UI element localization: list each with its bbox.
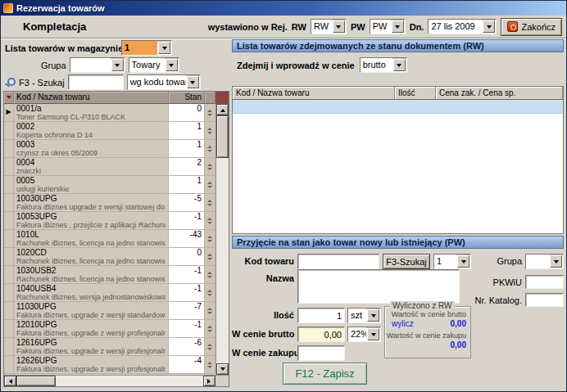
sort-indicator-cell[interactable]	[4, 92, 14, 104]
row-spinner[interactable]	[205, 302, 215, 320]
product-cell[interactable]: 0002 Koperta ochronna D 14	[14, 122, 169, 140]
scrollbar-track[interactable]	[56, 376, 203, 386]
row-spinner[interactable]	[205, 266, 215, 284]
search-mode-select[interactable]: wg kodu towaru	[127, 74, 201, 90]
rw-selected-row[interactable]	[233, 100, 563, 114]
save-button[interactable]: F12 - Zapisz	[283, 363, 367, 385]
chevron-down-icon[interactable]	[187, 76, 199, 88]
row-spinner[interactable]	[205, 140, 215, 158]
scrollbar-track[interactable]	[216, 158, 229, 363]
product-cell[interactable]: 0004 znaczki	[14, 158, 169, 176]
vertical-scrollbar[interactable]	[215, 104, 229, 375]
product-cell[interactable]: 0001/a Toner Samsung CL-P310 BLACK	[14, 104, 169, 122]
row-spinner[interactable]	[205, 338, 215, 356]
date-select[interactable]: 27 lis 2009	[428, 19, 497, 34]
row-indicator	[4, 248, 14, 266]
table-row[interactable]: 10053UPG Faktura iBiznes , przejście z a…	[4, 212, 215, 230]
warehouse-select[interactable]: 1	[121, 40, 172, 56]
row-spinner[interactable]	[205, 284, 215, 302]
table-row[interactable]: 0003 czynsz za okres 05/2009 1	[4, 140, 215, 158]
row-spinner[interactable]	[205, 194, 215, 212]
calculate-link[interactable]: wylicz	[392, 319, 414, 328]
row-spinner[interactable]	[205, 212, 215, 230]
table-row[interactable]: 0002 Koperta ochronna D 14 1	[4, 122, 215, 140]
quit-button[interactable]: Zakończ	[501, 18, 562, 36]
column-header-stock[interactable]: Stan	[169, 92, 205, 104]
product-cell[interactable]: 1040USB4 Rachunek iBiznes, wersja jednos…	[14, 284, 169, 302]
table-row[interactable]: 1030USB2 Rachunek iBiznes, licencja na j…	[4, 266, 215, 284]
chevron-down-icon[interactable]	[367, 328, 379, 340]
rw-column-header-price[interactable]: Cena zak. / Cena sp.	[436, 87, 563, 100]
pkwiu-input[interactable]	[525, 275, 564, 289]
table-row[interactable]: 10030UPG Faktura iBiznes upgrade z wersj…	[4, 194, 215, 212]
table-row[interactable]: 12626UPG Faktura iBiznes, upgrade z wers…	[4, 356, 215, 374]
vat-select[interactable]: 22%	[347, 327, 381, 342]
rw-column-header-name[interactable]: Kod / Nazwa towaru	[233, 87, 395, 100]
rw-register-select[interactable]: RW	[311, 19, 347, 34]
scroll-up-button[interactable]	[216, 104, 229, 115]
product-cell[interactable]: 1010L Rachunek iBiznes, licencja na jedn…	[14, 230, 169, 248]
pw-group-select[interactable]	[525, 254, 564, 269]
row-spinner[interactable]	[205, 158, 215, 176]
chevron-down-icon[interactable]	[483, 20, 495, 33]
row-spinner[interactable]	[205, 248, 215, 266]
scroll-right-button[interactable]	[203, 376, 215, 386]
row-spinner[interactable]	[205, 122, 215, 140]
f3-search-button[interactable]: F3-Szukaj	[383, 254, 430, 269]
catalog-input[interactable]	[525, 293, 564, 307]
search-input[interactable]	[68, 74, 124, 90]
chevron-down-icon[interactable]	[111, 59, 124, 71]
table-row[interactable]: 11030UPG Faktura iBiznes, upgrade z wers…	[4, 302, 215, 320]
product-cell[interactable]: 0005 usługi kurierskie	[14, 176, 169, 194]
table-row[interactable]: 0005 usługi kurierskie 1	[4, 176, 215, 194]
table-row[interactable]: ▶ 0001/a Toner Samsung CL-P310 BLACK 0	[4, 104, 215, 122]
horizontal-scrollbar[interactable]	[4, 375, 229, 386]
gross-price-input[interactable]	[297, 327, 345, 342]
product-cell[interactable]: 12010UPG Faktura iBiznes, upgrade z wers…	[14, 320, 169, 338]
scrollbar-thumb[interactable]	[16, 376, 56, 386]
unit-count-select[interactable]: 1	[433, 254, 471, 269]
group-select[interactable]	[70, 57, 125, 73]
pw-register-select[interactable]: PW	[370, 19, 406, 34]
name-textarea[interactable]	[297, 269, 460, 304]
title-bar[interactable]: Rezerwacja towarów	[1, 1, 566, 16]
table-row[interactable]: 1010L Rachunek iBiznes, licencja na jedn…	[4, 230, 215, 248]
product-cell[interactable]: 1020CD Rachunek iBiznes, licencja na jed…	[14, 248, 169, 266]
product-cell[interactable]: 0003 czynsz za okres 05/2009	[14, 140, 169, 158]
chevron-down-icon[interactable]	[158, 42, 170, 54]
scroll-left-button[interactable]	[4, 376, 16, 386]
product-cell[interactable]: 10053UPG Faktura iBiznes , przejście z a…	[14, 212, 169, 230]
chevron-down-icon[interactable]	[392, 20, 404, 33]
chevron-down-icon[interactable]	[457, 255, 469, 268]
product-cell[interactable]: 12626UPG Faktura iBiznes, upgrade z wers…	[14, 356, 169, 374]
table-row[interactable]: 12616UPG Faktura iBiznes, upgrade z wers…	[4, 338, 215, 356]
code-input[interactable]	[297, 254, 379, 269]
scrollbar-thumb[interactable]	[216, 115, 229, 158]
table-row[interactable]: 0004 znaczki 2	[4, 158, 215, 176]
row-spinner[interactable]	[205, 320, 215, 338]
product-cell[interactable]: 12616UPG Faktura iBiznes, upgrade z wers…	[14, 338, 169, 356]
scroll-down-button[interactable]	[216, 363, 229, 375]
product-cell[interactable]: 11030UPG Faktura iBiznes, upgrade z wers…	[14, 302, 169, 320]
chevron-down-icon[interactable]	[166, 59, 178, 71]
table-row[interactable]: 1040USB4 Rachunek iBiznes, wersja jednos…	[4, 284, 215, 302]
rw-column-header-qty[interactable]: Ilość	[395, 87, 436, 100]
category-select[interactable]: Towary	[129, 57, 179, 73]
chevron-down-icon[interactable]	[393, 59, 406, 71]
product-cell[interactable]: 10030UPG Faktura iBiznes upgrade z wersj…	[14, 194, 169, 212]
table-row[interactable]: 1020CD Rachunek iBiznes, licencja na jed…	[4, 248, 215, 266]
chevron-down-icon[interactable]	[367, 309, 379, 322]
chevron-down-icon[interactable]	[333, 20, 345, 33]
row-spinner[interactable]	[205, 176, 215, 194]
purchase-price-input[interactable]	[297, 345, 345, 361]
chevron-down-icon[interactable]	[550, 255, 562, 268]
column-header-name[interactable]: Kod / Nazwa towaru	[14, 92, 169, 104]
product-cell[interactable]: 1030USB2 Rachunek iBiznes, licencja na j…	[14, 266, 169, 284]
row-spinner[interactable]	[205, 104, 215, 122]
row-spinner[interactable]	[205, 356, 215, 374]
row-spinner[interactable]	[205, 230, 215, 248]
unit-select[interactable]: szt	[347, 308, 381, 323]
price-mode-select[interactable]: brutto	[360, 57, 407, 73]
table-row[interactable]: 12010UPG Faktura iBiznes, upgrade z wers…	[4, 320, 215, 338]
qty-input[interactable]	[297, 308, 345, 323]
